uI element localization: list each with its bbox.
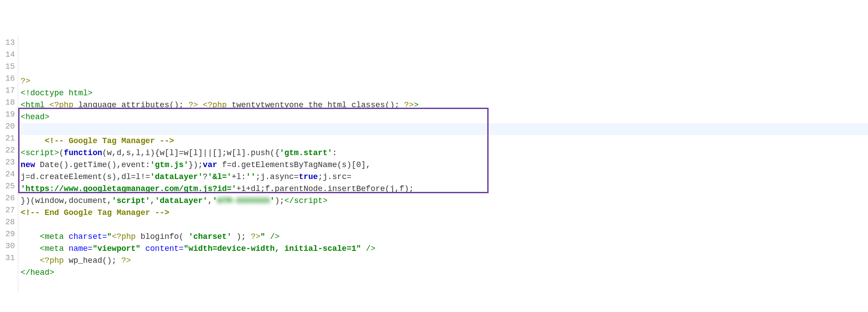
line-number: 19 bbox=[5, 109, 15, 121]
code-token: 'https://www.googletagmanager.com/gtm.js… bbox=[21, 184, 237, 193]
code-token: 'gtm.start' bbox=[280, 148, 332, 157]
line-number-gutter: 13141516171819202122232425262728293031 bbox=[0, 35, 18, 292]
code-token: "width=device-width, initial-scale=1" bbox=[184, 244, 361, 253]
line-number: 20 bbox=[5, 121, 15, 133]
code-token: ;j.async= bbox=[256, 172, 299, 181]
code-token: language_attributes(); bbox=[78, 101, 188, 109]
code-line[interactable] bbox=[20, 279, 868, 291]
code-line[interactable]: <meta charset="<?php bloginfo( 'charset'… bbox=[20, 231, 868, 243]
code-line[interactable]: <!doctype html> bbox=[20, 87, 868, 99]
code-token: /> bbox=[265, 232, 280, 241]
code-token: "viewport" bbox=[93, 244, 141, 253]
code-token: function bbox=[64, 148, 102, 157]
code-line[interactable]: j=d.createElement(s),dl=l!='dataLayer'?'… bbox=[20, 171, 868, 183]
code-token: ?> bbox=[121, 256, 131, 265]
line-number: 27 bbox=[5, 204, 15, 216]
line-number: 16 bbox=[5, 73, 15, 85]
code-token bbox=[198, 101, 203, 109]
code-token: <meta bbox=[40, 232, 69, 241]
code-token: 'script' bbox=[112, 196, 150, 205]
line-number: 29 bbox=[5, 228, 15, 240]
code-token: bloginfo( bbox=[141, 232, 189, 241]
code-token: , bbox=[208, 196, 213, 205]
line-number: 31 bbox=[5, 252, 15, 264]
code-token: '&l=' bbox=[208, 172, 232, 181]
code-token: f=d.getElementsByTagName(s)[0], bbox=[222, 160, 371, 169]
code-token: '' bbox=[246, 172, 256, 181]
code-token: name= bbox=[69, 244, 93, 253]
line-number: 23 bbox=[5, 156, 15, 168]
line-number: 21 bbox=[5, 133, 15, 144]
code-token: Date().getTime(),event: bbox=[40, 160, 150, 169]
code-token: </script> bbox=[284, 196, 327, 205]
line-number: 22 bbox=[5, 144, 15, 156]
line-number: 18 bbox=[5, 97, 15, 109]
code-line[interactable]: <script>(function(w,d,s,l,i){w[l]=w[l]||… bbox=[20, 147, 868, 159]
code-token: > bbox=[414, 101, 418, 109]
code-token: content= bbox=[141, 244, 184, 253]
code-token: charset= bbox=[69, 232, 107, 241]
code-line[interactable]: ?> bbox=[20, 75, 868, 87]
code-token: <!-- End Google Tag Manager --> bbox=[21, 208, 170, 217]
code-token: ); bbox=[275, 196, 284, 205]
code-line[interactable]: <!-- End Google Tag Manager --> bbox=[20, 207, 868, 219]
line-number: 14 bbox=[5, 49, 15, 61]
code-line[interactable]: <!-- Google Tag Manager --> bbox=[20, 135, 868, 147]
code-token: 'charset' bbox=[189, 232, 232, 241]
code-token: " bbox=[260, 232, 265, 241]
code-token: wp_head(); bbox=[69, 256, 122, 265]
code-token: ' bbox=[270, 196, 275, 205]
code-token: <?php bbox=[203, 101, 232, 109]
code-token: twentytwentyone_the_html_classes(); bbox=[232, 101, 404, 109]
code-line[interactable]: <html <?php language_attributes(); ?> <?… bbox=[20, 99, 868, 111]
code-token: ? bbox=[203, 172, 208, 181]
line-number: 15 bbox=[5, 61, 15, 73]
code-token: true bbox=[299, 172, 318, 181]
code-token: ?> bbox=[251, 232, 260, 241]
code-token: 'gtm.js' bbox=[150, 160, 188, 169]
code-token: new bbox=[21, 160, 40, 169]
code-line[interactable]: 'https://www.googletagmanager.com/gtm.js… bbox=[20, 183, 868, 195]
code-token: ( bbox=[59, 148, 64, 157]
code-line[interactable]: new Date().getTime(),event:'gtm.js'});va… bbox=[20, 159, 868, 171]
code-token: <script> bbox=[21, 148, 59, 157]
code-token bbox=[21, 256, 40, 265]
code-token: }); bbox=[189, 160, 203, 169]
code-token: <meta bbox=[40, 244, 69, 253]
code-token: </head> bbox=[21, 268, 55, 277]
code-editor[interactable]: 13141516171819202122232425262728293031 ?… bbox=[0, 35, 868, 292]
code-token: : bbox=[332, 148, 337, 157]
code-token bbox=[21, 232, 40, 241]
code-token: , bbox=[150, 196, 155, 205]
code-line[interactable]: <head> bbox=[20, 111, 868, 123]
code-area[interactable]: ?><!doctype html><html <?php language_at… bbox=[18, 35, 868, 292]
code-token: <!doctype html> bbox=[21, 89, 93, 98]
code-line[interactable]: <meta name="viewport" content="width=dev… bbox=[20, 243, 868, 255]
code-line[interactable] bbox=[20, 123, 868, 135]
code-line[interactable] bbox=[20, 219, 868, 231]
code-line[interactable]: </head> bbox=[20, 267, 868, 279]
code-line[interactable]: <?php wp_head(); ?> bbox=[20, 255, 868, 267]
code-line[interactable] bbox=[20, 63, 868, 75]
code-token: })(window,document, bbox=[21, 196, 112, 205]
code-token: j=d.createElement(s),dl=l!= bbox=[21, 172, 150, 181]
code-token: <html bbox=[21, 101, 50, 109]
line-number: 25 bbox=[5, 180, 15, 192]
code-token: ?> bbox=[189, 101, 198, 109]
code-token: var bbox=[203, 160, 222, 169]
line-number: 30 bbox=[5, 240, 15, 252]
code-token: " bbox=[107, 232, 112, 241]
code-token: <!-- Google Tag Manager --> bbox=[45, 136, 174, 145]
code-line[interactable]: })(window,document,'script','dataLayer',… bbox=[20, 195, 868, 207]
code-token: 'dataLayer' bbox=[155, 196, 208, 205]
line-number: 24 bbox=[5, 168, 15, 180]
code-token: ' bbox=[213, 196, 217, 205]
line-number: 13 bbox=[5, 37, 15, 49]
code-token bbox=[21, 244, 40, 253]
code-token: ); bbox=[232, 232, 251, 241]
line-number: 26 bbox=[5, 192, 15, 204]
code-token: +i+dl;f.parentNode.insertBefore(j,f); bbox=[237, 184, 414, 193]
line-number: 17 bbox=[5, 85, 15, 97]
code-token: ;j.src= bbox=[318, 172, 351, 181]
code-token: GTM-XXXXXXX bbox=[217, 196, 270, 205]
